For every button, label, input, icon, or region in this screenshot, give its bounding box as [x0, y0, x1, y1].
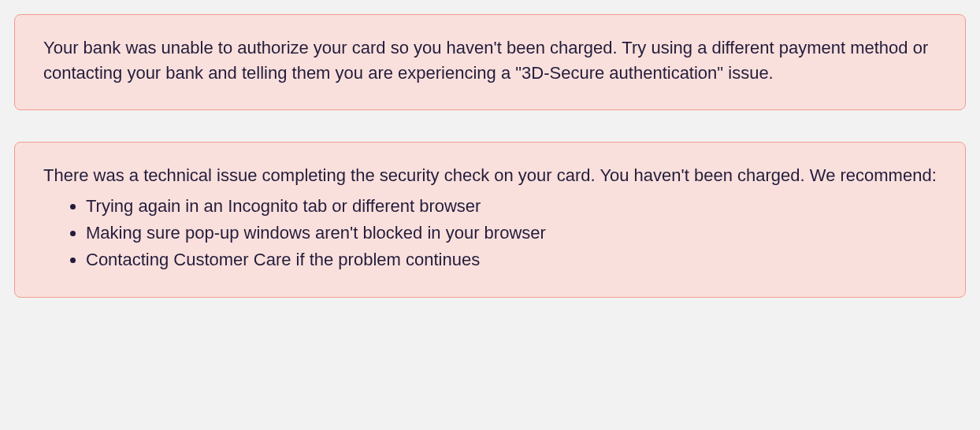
- alert-recommendation-item: Contacting Customer Care if the problem …: [86, 247, 937, 273]
- alert-box-technical-issue: There was a technical issue completing t…: [14, 142, 966, 298]
- alert-recommendation-item: Trying again in an Incognito tab or diff…: [86, 193, 937, 220]
- alert-message: There was a technical issue completing t…: [43, 163, 937, 188]
- alert-box-bank-auth: Your bank was unable to authorize your c…: [14, 14, 966, 110]
- alert-recommendation-list: Trying again in an Incognito tab or diff…: [43, 193, 937, 273]
- alert-recommendation-item: Making sure pop-up windows aren't blocke…: [86, 220, 937, 247]
- alert-message: Your bank was unable to authorize your c…: [43, 35, 937, 86]
